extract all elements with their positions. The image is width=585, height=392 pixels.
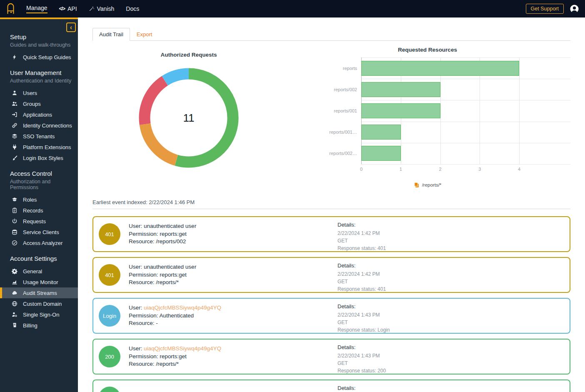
sidebar-item-sso-tenants[interactable]: SSO Tenants xyxy=(0,131,78,142)
event-details: Details: 2/22/2024 1:43 PM GET Response … xyxy=(338,344,386,375)
main-content: Audit Trail Export Authorized Requests 1… xyxy=(78,17,585,392)
sidebar-item-label: General xyxy=(23,268,42,275)
category-label: reports xyxy=(307,57,357,79)
details-time: 2/22/2024 1:42 PM xyxy=(338,270,386,278)
audit-event-card[interactable]: 401 User: unauthenticated user Permissio… xyxy=(92,216,570,252)
tab-bar: Audit Trail Export xyxy=(92,28,570,41)
audit-event-card[interactable]: 401 User: unauthenticated user Permissio… xyxy=(92,257,570,293)
sidebar-item-label: Billing xyxy=(23,322,38,329)
database-icon xyxy=(12,229,18,235)
sidebar-item-access-analyzer[interactable]: Access Analyzer xyxy=(0,237,78,248)
sidebar-item-service-clients[interactable]: Service Clients xyxy=(0,227,78,237)
sidebar-item-users[interactable]: Users xyxy=(0,87,78,98)
audit-event-card[interactable]: 200 User: uiaqQjcfcMBSSiywq4p49g4YQ Perm… xyxy=(92,339,570,375)
layers-icon xyxy=(12,133,18,139)
nav-item-docs[interactable]: Docs xyxy=(126,5,139,12)
sidebar-collapse-button[interactable]: ‹ xyxy=(66,22,76,32)
details-time: 2/22/2024 1:43 PM xyxy=(338,352,386,360)
sidebar-item-applications[interactable]: Applications xyxy=(0,109,78,120)
nav-item-api[interactable]: </> API xyxy=(59,5,77,12)
brand-logo-lock-icon[interactable] xyxy=(6,3,15,15)
audit-event-card[interactable]: Login User: uiaqQjcfcMBSSiywq4p49g4YQ Pe… xyxy=(92,298,570,334)
brush-icon xyxy=(12,155,18,161)
sidebar-item-login-box-styles[interactable]: Login Box Styles xyxy=(0,152,78,163)
sidebar-section-user-management: User Management Authentication and Ident… xyxy=(0,69,78,163)
sidebar-item-label: Custom Domain xyxy=(23,301,62,307)
tab-audit-trail[interactable]: Audit Trail xyxy=(92,28,130,41)
get-support-button[interactable]: Get Support xyxy=(526,4,564,14)
clipboard-icon xyxy=(12,207,18,213)
details-status: Response status: 401 xyxy=(338,245,386,252)
plug-icon xyxy=(12,144,18,150)
users-icon xyxy=(12,101,18,107)
sidebar-item-audit-streams[interactable]: Audit Streams xyxy=(0,287,78,298)
sidebar-item-identity-connections[interactable]: Identity Connections xyxy=(0,120,78,131)
details-heading: Details: xyxy=(338,303,390,310)
sidebar-item-label: Applications xyxy=(23,112,52,118)
earliest-event-text: Earliest event indexed: 2/22/2024 1:46 P… xyxy=(92,199,195,205)
user-gear-icon xyxy=(12,312,18,317)
section-subtitle: Authorization and Permissions xyxy=(0,177,78,190)
user-id-link[interactable]: uiaqQjcfcMBSSiywq4p49g4YQ xyxy=(144,305,221,311)
bar xyxy=(361,61,519,76)
tab-export[interactable]: Export xyxy=(130,28,159,40)
x-tick-label: 1 xyxy=(395,167,407,172)
sidebar-item-general[interactable]: General xyxy=(0,266,78,277)
sidebar-item-platform-extensions[interactable]: Platform Extensions xyxy=(0,142,78,152)
user-id-link[interactable]: uiaqQjcfcMBSSiywq4p49g4YQ xyxy=(144,345,221,352)
sidebar-item-label: Groups xyxy=(23,101,41,107)
event-summary: User: unauthenticated user Permission: r… xyxy=(129,222,196,246)
sidebar-item-label: Usage Monitor xyxy=(23,279,58,285)
category-label: reports/002 xyxy=(307,79,357,100)
user-label: User: xyxy=(129,264,142,270)
sidebar-item-records[interactable]: Records xyxy=(0,205,78,216)
sidebar-item-label: Audit Streams xyxy=(23,290,57,296)
nav-api-label: API xyxy=(68,5,77,12)
permission-line: Permission: reports:get xyxy=(129,271,196,279)
x-tick-label: 4 xyxy=(513,167,525,172)
status-badge: Login xyxy=(99,305,120,327)
sidebar-item-label: Access Analyzer xyxy=(23,240,62,246)
x-tick-label: 0 xyxy=(355,167,368,172)
section-subtitle: Guides and walk-throughs xyxy=(0,40,78,48)
nav-item-vanish[interactable]: Vanish xyxy=(89,5,115,12)
user-value: unauthenticated user xyxy=(144,223,196,229)
sidebar-item-single-sign-on[interactable]: Single Sign-On xyxy=(0,309,78,320)
sidebar-item-usage-monitor[interactable]: Usage Monitor xyxy=(0,277,78,287)
details-status: Response status: Login xyxy=(338,326,390,334)
bar xyxy=(361,103,440,118)
audit-event-card[interactable]: User: uiaqQjcfcMBSSiywq4p49g4YQ Details: xyxy=(92,380,570,392)
requested-resources-chart: 01234reportsreports/002reports/001report… xyxy=(361,57,570,164)
section-title: Access Control xyxy=(0,170,78,177)
category-label: reports/002… xyxy=(307,143,357,164)
event-summary: User: uiaqQjcfcMBSSiywq4p49g4YQ Permissi… xyxy=(129,304,221,327)
nav-item-manage[interactable]: Manage xyxy=(26,5,48,13)
donut-center-value: 11 xyxy=(137,66,241,170)
gear-icon xyxy=(12,268,18,274)
sidebar-item-custom-domain[interactable]: Custom Domain xyxy=(0,298,78,309)
details-method: GET xyxy=(338,278,386,285)
sidebar-item-groups[interactable]: Groups xyxy=(0,98,78,109)
sidebar-item-quick-setup-guides[interactable]: Quick Setup Guides xyxy=(0,52,78,62)
sidebar-item-billing[interactable]: Billing xyxy=(0,320,78,331)
bar xyxy=(361,82,440,97)
sidebar-item-label: SSO Tenants xyxy=(23,133,55,140)
status-badge xyxy=(99,387,120,392)
x-tick-label: 3 xyxy=(473,167,486,172)
check-circle-icon xyxy=(12,240,18,246)
avatar-icon[interactable] xyxy=(570,4,579,14)
details-method: GET xyxy=(338,360,386,367)
details-status: Response status: 401 xyxy=(338,285,386,293)
sidebar-section-setup: Setup Guides and walk-throughs Quick Set… xyxy=(0,33,78,62)
sidebar-item-label: Records xyxy=(23,207,43,214)
event-summary: User: uiaqQjcfcMBSSiywq4p49g4YQ Permissi… xyxy=(129,345,221,368)
row-separator xyxy=(361,100,570,100)
row-separator xyxy=(361,143,570,143)
sidebar-item-roles[interactable]: Roles xyxy=(0,194,78,205)
x-tick-label: 2 xyxy=(434,167,447,172)
details-heading: Details: xyxy=(338,262,386,269)
sign-in-icon xyxy=(12,112,18,117)
sidebar-item-label: Login Box Styles xyxy=(23,155,63,161)
sidebar-item-label: Requests xyxy=(23,218,46,225)
sidebar-item-requests[interactable]: Requests xyxy=(0,216,78,227)
